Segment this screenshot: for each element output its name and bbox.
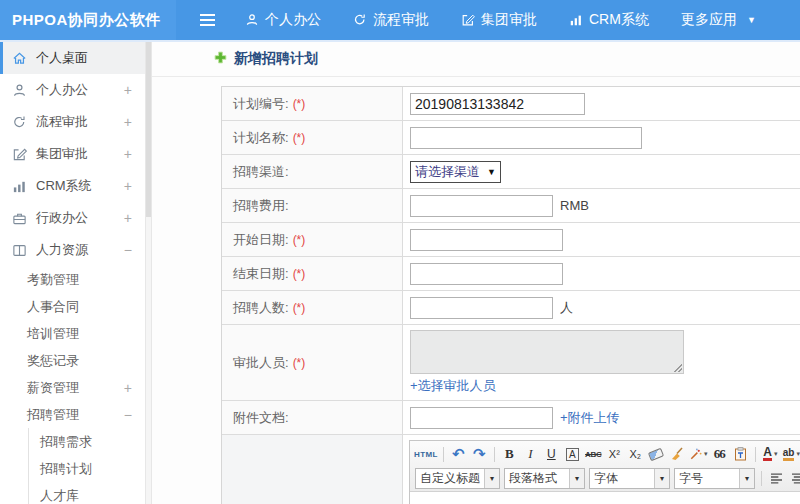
align-left-icon bbox=[770, 473, 783, 484]
subscript-button[interactable]: X₂ bbox=[626, 444, 645, 464]
required-mark: (*) bbox=[293, 267, 306, 281]
form-row-plan-number: 计划编号: (*) bbox=[222, 87, 800, 121]
sidebar-item-recruit-plan[interactable]: 招聘计划 bbox=[29, 455, 145, 482]
approvers-textarea[interactable] bbox=[410, 330, 684, 374]
top-navigation: 个人办公 流程审批 集团审批 bbox=[245, 11, 756, 29]
broom-icon bbox=[670, 447, 684, 461]
scrollbar-thumb[interactable] bbox=[146, 42, 151, 217]
editor-toolbar-row-1: HTML ↶ ↷ B I U A ABC bbox=[413, 442, 800, 466]
strikethrough-button[interactable]: ABC bbox=[584, 444, 603, 464]
topnav-workflow-approval[interactable]: 流程审批 bbox=[353, 11, 429, 29]
superscript-button[interactable]: X² bbox=[605, 444, 624, 464]
user-icon bbox=[12, 83, 27, 98]
sidebar-item-workflow-approval[interactable]: 流程审批 + bbox=[0, 106, 145, 138]
heading-select[interactable]: 自定义标题 ▾ bbox=[415, 468, 500, 489]
sidebar-item-recruit-mgmt[interactable]: 招聘管理 − bbox=[0, 401, 145, 428]
select-approvers-link[interactable]: +选择审批人员 bbox=[410, 377, 496, 395]
expand-plus-icon[interactable]: + bbox=[124, 380, 132, 396]
remove-format-button[interactable] bbox=[647, 444, 666, 464]
home-icon bbox=[12, 51, 27, 66]
sidebar-item-hr[interactable]: 人力资源 − bbox=[0, 234, 145, 266]
form-row-plan-name: 计划名称: (*) bbox=[222, 121, 800, 155]
sidebar-item-hr-contract[interactable]: 人事合同 bbox=[0, 293, 145, 320]
align-left-button[interactable] bbox=[767, 468, 786, 488]
form-row-end-date: 结束日期: (*) bbox=[222, 257, 800, 291]
end-date-input[interactable] bbox=[410, 263, 563, 285]
briefcase-icon bbox=[12, 211, 27, 226]
sidebar-item-salary[interactable]: 薪资管理 + bbox=[0, 374, 145, 401]
sidebar-item-training[interactable]: 培训管理 bbox=[0, 320, 145, 347]
expand-plus-icon[interactable]: + bbox=[124, 210, 132, 226]
font-size-select[interactable]: 字号 ▾ bbox=[674, 468, 755, 489]
sidebar-item-attendance[interactable]: 考勤管理 bbox=[0, 266, 145, 293]
italic-button[interactable]: I bbox=[521, 444, 540, 464]
editor-content-area[interactable] bbox=[410, 492, 800, 504]
underline-button[interactable]: U bbox=[542, 444, 561, 464]
topnav-group-approval[interactable]: 集团审批 bbox=[461, 11, 537, 29]
caret-down-icon: ▾ bbox=[774, 450, 778, 458]
app-window: PHPOA协同办公软件 个人办公 流程审批 bbox=[0, 0, 800, 504]
start-date-input[interactable] bbox=[410, 229, 563, 251]
topnav-crm[interactable]: CRM系统 bbox=[569, 11, 649, 29]
caret-down-icon: ▾ bbox=[704, 450, 708, 458]
select-arrow-icon: ▾ bbox=[654, 469, 669, 488]
recruit-cost-input[interactable] bbox=[410, 195, 553, 217]
main-content: 新增招聘计划 计划编号: (*) 计划名称: (*) 招聘渠道: bbox=[152, 42, 800, 504]
topnav-personal-office[interactable]: 个人办公 bbox=[245, 11, 321, 29]
undo-button[interactable]: ↶ bbox=[449, 444, 468, 464]
expand-plus-icon[interactable]: + bbox=[124, 146, 132, 162]
paragraph-format-select[interactable]: 段落格式 ▾ bbox=[504, 468, 585, 489]
channel-select[interactable]: 请选择渠道 ▼ bbox=[410, 161, 501, 183]
bar-chart-icon bbox=[569, 13, 583, 27]
expand-minus-icon[interactable]: − bbox=[124, 242, 132, 258]
format-painter-button[interactable] bbox=[668, 444, 687, 464]
sidebar-item-personal-office[interactable]: 个人办公 + bbox=[0, 74, 145, 106]
required-mark: (*) bbox=[293, 356, 306, 370]
form-row-start-date: 开始日期: (*) bbox=[222, 223, 800, 257]
sidebar-item-admin-office[interactable]: 行政办公 + bbox=[0, 202, 145, 234]
resize-handle[interactable] bbox=[673, 363, 682, 372]
workflow-arrow-icon bbox=[353, 13, 367, 27]
sidebar-item-crm[interactable]: CRM系统 + bbox=[0, 170, 145, 202]
sidebar-item-talent-pool[interactable]: 人才库 bbox=[29, 482, 145, 504]
edit-icon bbox=[461, 13, 475, 27]
paste-text-button[interactable] bbox=[731, 444, 750, 464]
plan-number-input[interactable] bbox=[410, 93, 585, 115]
expand-plus-icon[interactable]: + bbox=[124, 114, 132, 130]
currency-suffix: RMB bbox=[560, 198, 589, 213]
expand-plus-icon[interactable]: + bbox=[124, 178, 132, 194]
sidebar-toggle-icon[interactable] bbox=[200, 14, 215, 26]
align-center-button[interactable] bbox=[788, 468, 800, 488]
highlight-color-button[interactable]: ab ▾ bbox=[782, 444, 800, 464]
form-row-attachment: 附件文档: +附件上传 bbox=[222, 401, 800, 435]
redo-button[interactable]: ↷ bbox=[470, 444, 489, 464]
bold-button[interactable]: B bbox=[500, 444, 519, 464]
sidebar-item-group-approval[interactable]: 集团审批 + bbox=[0, 138, 145, 170]
hr-submenu: 考勤管理 人事合同 培训管理 奖惩记录 薪资管理 + 招聘管理 − 招聘需求 招… bbox=[0, 266, 145, 504]
font-family-select[interactable]: 字体 ▾ bbox=[589, 468, 670, 489]
auto-typeset-button[interactable]: ▾ bbox=[689, 444, 708, 464]
edit-icon bbox=[12, 147, 27, 162]
page-header: 新增招聘计划 bbox=[152, 42, 800, 77]
sidebar-scrollbar[interactable] bbox=[145, 42, 152, 504]
blockquote-button[interactable]: 66 bbox=[710, 444, 729, 464]
caret-down-icon: ▾ bbox=[796, 450, 800, 458]
expand-plus-icon[interactable]: + bbox=[124, 82, 132, 98]
sidebar-item-desktop[interactable]: 个人桌面 bbox=[0, 42, 145, 74]
rich-text-editor: HTML ↶ ↷ B I U A ABC bbox=[409, 440, 800, 504]
required-mark: (*) bbox=[293, 131, 306, 145]
sidebar-item-rewards[interactable]: 奖惩记录 bbox=[0, 347, 145, 374]
topnav-more-apps[interactable]: 更多应用 ▼ bbox=[681, 11, 756, 29]
font-color-button[interactable]: A ▾ bbox=[761, 444, 780, 464]
expand-minus-icon[interactable]: − bbox=[124, 407, 132, 423]
select-arrow-icon: ▼ bbox=[487, 167, 496, 177]
sidebar: 个人桌面 个人办公 + 流程审批 + 集团审批 + bbox=[0, 42, 145, 504]
attachment-upload-link[interactable]: +附件上传 bbox=[560, 409, 620, 427]
plan-name-input[interactable] bbox=[410, 127, 642, 149]
headcount-input[interactable] bbox=[410, 297, 553, 319]
sidebar-item-recruit-demand[interactable]: 招聘需求 bbox=[29, 428, 145, 455]
html-source-button[interactable]: HTML bbox=[414, 444, 438, 464]
char-border-button[interactable]: A bbox=[563, 444, 582, 464]
attachment-input[interactable] bbox=[410, 407, 553, 429]
recruit-submenu: 招聘需求 招聘计划 人才库 bbox=[28, 428, 145, 504]
